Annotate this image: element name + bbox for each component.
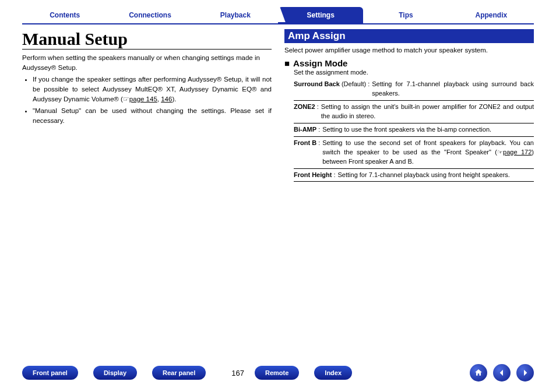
pill-front-panel[interactable]: Front panel bbox=[22, 366, 78, 380]
bullet-1: If you change the speaker settings after… bbox=[33, 75, 272, 104]
mode-surround-back: Surround Back (Default) : Setting for 7.… bbox=[294, 78, 534, 101]
mode-list: Surround Back (Default) : Setting for 7.… bbox=[294, 78, 534, 182]
mode-front-b: Front B : Setting to use the second set … bbox=[294, 137, 534, 169]
intro-text: Perform when setting the speakers manual… bbox=[22, 53, 272, 72]
back-icon[interactable] bbox=[493, 364, 511, 382]
page-number: 167 bbox=[231, 369, 244, 377]
top-tabs: Contents Connections Playback Settings T… bbox=[22, 7, 534, 24]
tab-playback[interactable]: Playback bbox=[193, 7, 278, 24]
tab-tips[interactable]: Tips bbox=[363, 7, 448, 24]
right-column: Amp Assign Select power amplifier usage … bbox=[284, 29, 534, 182]
footer: Front panel Display Rear panel 167 Remot… bbox=[22, 364, 534, 382]
mode-zone2: ZONE2 : Setting to assign the unit's bui… bbox=[294, 101, 534, 123]
section-sub: Select power amplifier usage method to m… bbox=[284, 47, 534, 54]
link-page-146[interactable]: 146 bbox=[161, 96, 172, 103]
pill-display[interactable]: Display bbox=[93, 366, 137, 380]
link-page-172[interactable]: page 172 bbox=[503, 149, 532, 156]
bullet-2: "Manual Setup" can be used without chang… bbox=[33, 106, 272, 125]
left-column: Manual Setup Perform when setting the sp… bbox=[22, 29, 272, 182]
section-header: Amp Assign bbox=[284, 29, 534, 43]
tab-appendix[interactable]: Appendix bbox=[449, 7, 534, 24]
assign-mode-note: Set the assignment mode. bbox=[294, 69, 534, 76]
link-page-145[interactable]: page 145 bbox=[129, 96, 157, 103]
pill-rear-panel[interactable]: Rear panel bbox=[152, 366, 206, 380]
tab-connections[interactable]: Connections bbox=[107, 7, 192, 24]
square-icon: ■ bbox=[284, 58, 290, 68]
tab-settings[interactable]: Settings bbox=[278, 7, 363, 24]
pill-index[interactable]: Index bbox=[314, 366, 352, 380]
mode-bi-amp: Bi-AMP : Setting to use the front speake… bbox=[294, 123, 534, 137]
bullet-list: If you change the speaker settings after… bbox=[22, 75, 272, 125]
assign-mode-heading: Assign Mode bbox=[293, 58, 347, 68]
home-icon[interactable] bbox=[470, 364, 487, 382]
mode-front-height: Front Height : Setting for 7.1-channel p… bbox=[294, 169, 534, 182]
tab-contents[interactable]: Contents bbox=[22, 7, 107, 24]
forward-icon[interactable] bbox=[516, 364, 534, 382]
page-title: Manual Setup bbox=[22, 29, 272, 50]
pill-remote[interactable]: Remote bbox=[255, 366, 299, 380]
